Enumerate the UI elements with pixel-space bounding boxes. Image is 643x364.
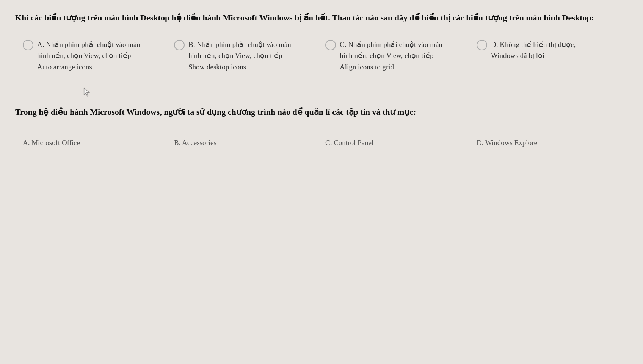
- question-17-options: A. Microsoft Office B. Accessories C. Co…: [23, 137, 628, 148]
- question-16-text: Khi các biểu tượng trên màn hình Desktop…: [15, 11, 628, 24]
- option-16-b: B. Nhấn phím phải chuột vào màn hình nền…: [174, 39, 325, 72]
- option-17-d: D. Windows Explorer: [477, 137, 628, 148]
- option-17-a-text: A. Microsoft Office: [23, 137, 80, 148]
- radio-16-c[interactable]: [325, 40, 336, 50]
- option-16-c: C. Nhấn phím phải chuột vào màn hình nền…: [325, 39, 477, 72]
- option-17-d-text: D. Windows Explorer: [477, 137, 539, 148]
- question-17: Trong hệ điều hành Microsoft Windows, ng…: [15, 106, 628, 148]
- option-16-c-text: C. Nhấn phím phải chuột vào màn hình nền…: [340, 39, 446, 72]
- option-16-d-text: D. Không thể hiển thị được, Windows đã b…: [491, 39, 597, 61]
- option-16-a-text: A. Nhấn phím phải chuột vào màn hình nền…: [37, 39, 143, 72]
- option-16-a: A. Nhấn phím phải chuột vào màn hình nền…: [23, 39, 174, 72]
- option-17-a: A. Microsoft Office: [23, 137, 174, 148]
- cursor-icon: [83, 87, 91, 97]
- cursor-area: [83, 87, 628, 98]
- question-16: Khi các biểu tượng trên màn hình Desktop…: [15, 11, 628, 72]
- question-17-text: Trong hệ điều hành Microsoft Windows, ng…: [15, 106, 628, 118]
- option-16-b-text: B. Nhấn phím phải chuột vào màn hình nền…: [188, 39, 295, 72]
- question-16-options: A. Nhấn phím phải chuột vào màn hình nền…: [23, 39, 628, 72]
- radio-16-b[interactable]: [174, 40, 185, 50]
- option-17-c-text: C. Control Panel: [325, 137, 373, 148]
- radio-16-a[interactable]: [23, 40, 33, 50]
- option-17-b: B. Accessories: [174, 137, 325, 148]
- radio-16-d[interactable]: [477, 40, 487, 50]
- option-17-b-text: B. Accessories: [174, 137, 216, 148]
- option-16-d: D. Không thể hiển thị được, Windows đã b…: [477, 39, 628, 61]
- option-17-c: C. Control Panel: [325, 137, 477, 148]
